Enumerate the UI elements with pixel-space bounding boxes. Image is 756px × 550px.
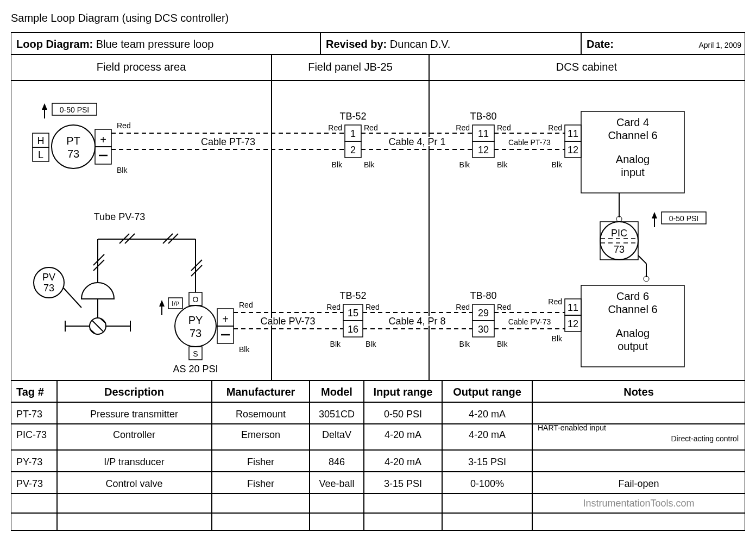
tb52b-blk-r: Blk — [366, 340, 376, 348]
pt-red1: Red — [117, 121, 131, 130]
card6-l1: Card 6 — [616, 290, 649, 302]
svg-line-66 — [191, 260, 202, 271]
tb80-label2: TB-80 — [470, 290, 496, 301]
tb80-30: 30 — [478, 324, 489, 335]
th-mfr: Manufacturer — [226, 386, 295, 398]
revised-by: Duncan D.V. — [390, 38, 451, 50]
tb52-1: 1 — [350, 128, 356, 139]
tube-pv73: Tube PV-73 — [93, 211, 202, 292]
table-cell: 4-20 mA — [385, 429, 421, 440]
pt-blk1: Blk — [117, 166, 128, 174]
py-as: AS 20 PSI — [173, 364, 218, 374]
tube-label: Tube PV-73 — [94, 211, 145, 222]
pt-plus: + — [100, 134, 106, 146]
py-o: O — [193, 295, 199, 304]
pic-controller: PIC 73 0-50 PSI — [600, 193, 706, 282]
pv73-valve: PV 73 — [34, 267, 130, 334]
card4-t1: 11 — [568, 128, 578, 139]
th-tag: Tag # — [16, 386, 44, 398]
tb80-blk-r: Blk — [497, 160, 508, 169]
tb80-red-r: Red — [497, 123, 511, 132]
card4-l1: Card 4 — [616, 116, 649, 128]
tb52-label2: TB-52 — [339, 290, 366, 301]
table-cell: Fisher — [247, 457, 274, 467]
svg-marker-72 — [159, 300, 165, 307]
loop-name: Blue team pressure loop — [96, 38, 214, 50]
table-cell: Pressure transmitter — [90, 409, 178, 420]
tb80-top: TB-80 11 12 Red Red Blk Blk — [456, 111, 511, 169]
pv-tag1: PV — [42, 272, 55, 283]
table-cell: PT-73 — [16, 409, 42, 420]
cable-pv73-2: Cable PV-73 — [508, 317, 551, 326]
table-cell: 4-20 mA — [469, 409, 506, 420]
table-cell: HART-enabled inputDirect-acting control — [538, 423, 739, 443]
pic-tag1: PIC — [611, 228, 627, 239]
th-model: Model — [321, 386, 352, 398]
svg-line-50 — [92, 321, 103, 332]
tb52-bottom: TB-52 15 16 Red Red Blk Blk — [326, 290, 379, 348]
svg-text:Loop Diagram: Blue team pressu: Loop Diagram: Blue team pressure loop — [16, 38, 213, 50]
tb80b-red-l: Red — [456, 303, 470, 311]
card6-red: Red — [548, 297, 562, 306]
tb80-blk-l: Blk — [459, 160, 470, 169]
svg-line-51 — [100, 318, 106, 323]
pic-range: 0-50 PSI — [669, 214, 698, 223]
card4-l4: input — [621, 166, 645, 178]
table-cell: Controller — [113, 429, 155, 440]
table-cell: PY-73 — [16, 457, 42, 467]
th-out: Output range — [453, 386, 521, 398]
table-cell: 4-20 mA — [469, 429, 506, 440]
svg-rect-0 — [11, 33, 745, 530]
svg-point-14 — [52, 125, 95, 168]
table-cell: Fail-open — [618, 478, 659, 489]
tb52-red-l: Red — [328, 123, 342, 132]
card4-blk: Blk — [552, 160, 563, 169]
tb80-red-l: Red — [456, 123, 470, 132]
tb52-label1: TB-52 — [339, 111, 366, 122]
table-cell: 846 — [329, 457, 345, 467]
pt-h: H — [37, 135, 45, 146]
date-label: Date: — [587, 38, 614, 50]
py-ip: I/P — [172, 299, 179, 308]
table-cell: Control valve — [105, 478, 162, 489]
svg-line-52 — [90, 329, 95, 334]
py-tag1: PY — [188, 314, 203, 326]
table-cell: PV-73 — [16, 478, 43, 489]
pt-tag2: 73 — [67, 148, 79, 160]
tb52-15: 15 — [348, 308, 358, 318]
tb52b-red-l: Red — [326, 303, 341, 311]
area-panel: Field panel JB-25 — [308, 61, 393, 73]
table-cell: 3-15 PSI — [384, 478, 422, 489]
card4: 11 12 Red Blk Card 4 Channel 6 Analog in… — [548, 111, 684, 193]
tb52b-red-r: Red — [366, 303, 380, 311]
cable-pv73-1: Cable PV-73 — [260, 316, 315, 327]
card4-l3: Analog — [616, 153, 650, 165]
card4-l2: Channel 6 — [608, 129, 657, 141]
instrument-table: Tag # Description Manufacturer Model Inp… — [11, 380, 745, 530]
py-blk: Blk — [239, 345, 250, 354]
pt73-instrument: 0-50 PSI H L PT 73 + Red Blk — [33, 103, 131, 174]
svg-line-61 — [93, 260, 104, 271]
th-in: Input range — [374, 386, 433, 398]
loop-diagram: Sample Loop Diagram (using DCS controlle… — [11, 11, 745, 539]
py-plus: + — [222, 313, 229, 325]
pv-tag2: 73 — [43, 283, 54, 293]
tb52-blk-l: Blk — [332, 160, 343, 169]
table-cell: I/P transducer — [104, 457, 165, 467]
pt-range: 0-50 PSI — [60, 105, 89, 114]
table-cell: Rosemount — [236, 409, 286, 420]
revised-label: Revised by: — [326, 38, 387, 50]
tb52-2: 2 — [350, 145, 356, 155]
tb80b-blk-l: Blk — [459, 340, 470, 348]
card6-t2: 12 — [568, 318, 578, 329]
table-cell: Vee-ball — [319, 478, 354, 489]
table-cell: InstrumentationTools.com — [583, 498, 694, 509]
table-cell: 0-50 PSI — [384, 409, 422, 420]
tb80-bottom: TB-80 29 30 Red Red Blk Blk — [456, 290, 511, 348]
table-cell: 4-20 mA — [385, 457, 421, 467]
table-cell: PIC-73 — [16, 429, 47, 440]
py-tag2: 73 — [190, 327, 201, 339]
card4-red: Red — [548, 123, 562, 132]
card6-l3: Analog — [616, 327, 650, 339]
tb80-29: 29 — [478, 308, 489, 318]
